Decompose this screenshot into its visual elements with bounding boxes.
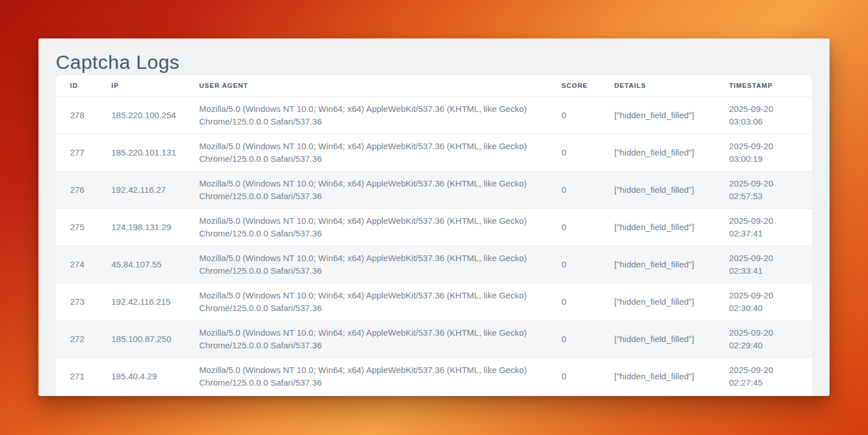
cell-score: 0 (561, 171, 614, 208)
cell-id: 275 (56, 208, 111, 246)
table-row: 276192.42.116.27Mozilla/5.0 (Windows NT … (56, 171, 812, 208)
table-row: 275124.198.131.29Mozilla/5.0 (Windows NT… (56, 208, 812, 246)
cell-ip: 185.100.87.250 (111, 320, 199, 358)
app-background: { "page": { "title": "Captcha Logs" }, "… (0, 0, 868, 435)
cell-useragent: Mozilla/5.0 (Windows NT 10.0; Win64; x64… (199, 208, 561, 246)
cell-timestamp: 2025-09-20 03:00:19 (729, 134, 812, 171)
cell-useragent: Mozilla/5.0 (Windows NT 10.0; Win64; x64… (199, 171, 561, 208)
cell-score: 0 (561, 96, 614, 134)
table-row: 277185.220.101.131Mozilla/5.0 (Windows N… (56, 134, 812, 171)
column-header-details: DETAILS (614, 75, 729, 96)
cell-score: 0 (561, 358, 614, 395)
cell-details: ["hidden_field_filled"] (614, 283, 729, 320)
cell-useragent: Mozilla/5.0 (Windows NT 10.0; Win64; x64… (199, 246, 561, 283)
cell-useragent: Mozilla/5.0 (Windows NT 10.0; Win64; x64… (199, 358, 561, 395)
cell-score: 0 (561, 134, 614, 171)
cell-details: ["hidden_field_filled"] (614, 171, 729, 208)
cell-score: 0 (561, 283, 614, 320)
cell-timestamp: 2025-09-20 02:30:40 (729, 283, 812, 320)
cell-id: 276 (56, 171, 111, 208)
table-row: 272185.100.87.250Mozilla/5.0 (Windows NT… (56, 320, 812, 358)
cell-timestamp: 2025-09-20 02:29:40 (729, 320, 812, 358)
cell-timestamp: 2025-09-20 02:57:53 (729, 171, 812, 208)
column-header-score: SCORE (561, 75, 614, 96)
cell-ip: 185.220.100.254 (111, 96, 199, 134)
cell-score: 0 (561, 208, 614, 246)
cell-id: 278 (56, 96, 111, 134)
cell-id: 272 (56, 320, 111, 358)
cell-details: ["hidden_field_filled"] (614, 134, 729, 171)
logs-table: IDIPUSER AGENTSCOREDETAILSTIMESTAMP 2781… (56, 75, 812, 395)
cell-timestamp: 2025-09-20 02:33:41 (729, 246, 812, 283)
cell-timestamp: 2025-09-20 02:27:45 (729, 358, 812, 395)
table-header-row: IDIPUSER AGENTSCOREDETAILSTIMESTAMP (56, 75, 812, 96)
cell-details: ["hidden_field_filled"] (614, 358, 729, 395)
cell-score: 0 (561, 320, 614, 358)
cell-details: ["hidden_field_filled"] (614, 96, 729, 134)
cell-ip: 192.42.116.215 (111, 283, 199, 320)
table-body: 278185.220.100.254Mozilla/5.0 (Windows N… (56, 96, 812, 395)
cell-ip: 185.220.101.131 (111, 134, 199, 171)
cell-ip: 45.84.107.55 (111, 246, 199, 283)
cell-id: 271 (56, 358, 111, 395)
column-header-id: ID (56, 75, 111, 96)
cell-timestamp: 2025-09-20 02:37:41 (729, 208, 812, 246)
cell-ip: 192.42.116.27 (111, 171, 199, 208)
cell-id: 277 (56, 134, 111, 171)
table-row: 273192.42.116.215Mozilla/5.0 (Windows NT… (56, 283, 812, 320)
cell-details: ["hidden_field_filled"] (614, 246, 729, 283)
cell-useragent: Mozilla/5.0 (Windows NT 10.0; Win64; x64… (199, 320, 561, 358)
cell-timestamp: 2025-09-20 03:03:06 (729, 96, 812, 134)
cell-useragent: Mozilla/5.0 (Windows NT 10.0; Win64; x64… (199, 283, 561, 320)
column-header-ip: IP (111, 75, 199, 96)
cell-score: 0 (561, 246, 614, 283)
cell-useragent: Mozilla/5.0 (Windows NT 10.0; Win64; x64… (199, 134, 561, 171)
cell-details: ["hidden_field_filled"] (614, 320, 729, 358)
table-row: 278185.220.100.254Mozilla/5.0 (Windows N… (56, 96, 812, 134)
table-row: 27445.84.107.55Mozilla/5.0 (Windows NT 1… (56, 246, 812, 283)
captcha-logs-card: Captcha Logs IDIPUSER AGENTSCOREDETAILST… (38, 38, 830, 396)
page-title: Captcha Logs (56, 51, 812, 73)
cell-id: 273 (56, 283, 111, 320)
cell-ip: 185.40.4.29 (111, 358, 199, 395)
cell-id: 274 (56, 246, 111, 283)
cell-useragent: Mozilla/5.0 (Windows NT 10.0; Win64; x64… (199, 96, 561, 134)
column-header-timestamp: TIMESTAMP (729, 75, 812, 96)
logs-table-container: IDIPUSER AGENTSCOREDETAILSTIMESTAMP 2781… (56, 75, 812, 396)
column-header-useragent: USER AGENT (199, 75, 561, 96)
table-row: 271185.40.4.29Mozilla/5.0 (Windows NT 10… (56, 358, 812, 395)
cell-ip: 124.198.131.29 (111, 208, 199, 246)
cell-details: ["hidden_field_filled"] (614, 208, 729, 246)
